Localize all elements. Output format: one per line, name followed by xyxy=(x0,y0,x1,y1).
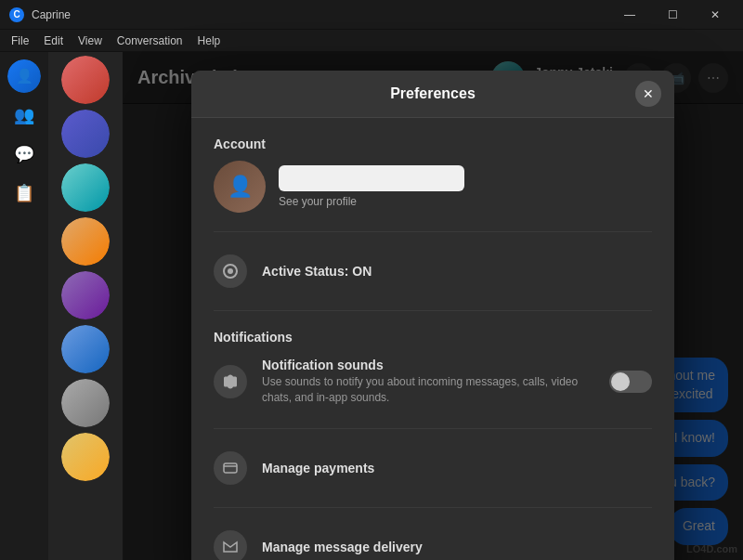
notification-sounds-row: Notification sounds Use sounds to notify… xyxy=(214,354,652,410)
app-content: 👤 👥 💬 📋 xyxy=(0,52,743,560)
notification-sounds-desc: Use sounds to notify you about incoming … xyxy=(262,374,594,406)
notification-sounds-icon xyxy=(214,365,247,398)
maximize-button[interactable]: ☐ xyxy=(652,2,693,28)
preferences-modal: Preferences ✕ Account 👤 xyxy=(191,71,674,560)
title-bar-controls: — ☐ ✕ xyxy=(609,2,736,28)
close-button[interactable]: ✕ xyxy=(695,2,736,28)
notification-sounds-toggle[interactable] xyxy=(609,371,652,393)
window-title: Caprine xyxy=(32,8,71,21)
menu-view[interactable]: View xyxy=(71,33,110,49)
account-section: Account 👤 See your profile xyxy=(214,137,652,213)
manage-payments-text: Manage payments xyxy=(262,460,652,476)
divider-2 xyxy=(214,310,652,311)
modal-header: Preferences ✕ xyxy=(191,71,674,118)
notification-toggle-container xyxy=(609,371,652,393)
manage-payments-icon xyxy=(214,451,247,485)
menu-conversation[interactable]: Conversation xyxy=(110,33,190,49)
manage-payments-title: Manage payments xyxy=(262,461,374,475)
notification-sounds-text: Notification sounds Use sounds to notify… xyxy=(262,358,594,406)
modal-overlay: Preferences ✕ Account 👤 xyxy=(123,52,743,560)
chat-avatar-8[interactable] xyxy=(61,433,110,481)
active-status-row[interactable]: Active Status: ON xyxy=(214,251,652,292)
see-profile-link[interactable]: See your profile xyxy=(279,195,464,208)
chat-avatar-7[interactable] xyxy=(61,379,110,427)
profile-avatar-inner: 👤 xyxy=(214,161,266,213)
menu-bar: File Edit View Conversation Help xyxy=(0,30,743,52)
modal-body: Account 👤 See your profile xyxy=(191,118,674,560)
notification-sounds-title: Notification sounds xyxy=(262,358,594,372)
title-bar: C Caprine — ☐ ✕ xyxy=(0,0,743,30)
account-row: 👤 See your profile xyxy=(214,161,652,213)
svg-point-1 xyxy=(228,268,233,274)
active-status-title: Active Status: ON xyxy=(262,264,372,279)
manage-delivery-text: Manage message delivery xyxy=(262,539,652,555)
chat-avatar-2[interactable] xyxy=(61,110,110,158)
active-status-icon xyxy=(214,254,247,288)
title-bar-left: C Caprine xyxy=(9,7,71,22)
toggle-knob xyxy=(611,372,630,391)
modal-close-button[interactable]: ✕ xyxy=(635,81,661,107)
minimize-button[interactable]: — xyxy=(609,2,650,28)
profile-avatar: 👤 xyxy=(214,161,266,213)
sidebar-people-btn[interactable]: 👥 xyxy=(7,98,41,132)
sidebar-profile-btn[interactable]: 👤 xyxy=(7,59,41,93)
menu-edit[interactable]: Edit xyxy=(36,33,71,49)
chat-avatar-3[interactable] xyxy=(61,163,110,212)
chat-list-panel xyxy=(48,52,123,560)
modal-title: Preferences xyxy=(390,85,476,102)
name-input[interactable] xyxy=(279,165,464,191)
manage-delivery-row[interactable]: Manage message delivery xyxy=(214,527,652,560)
main-area: Archived chats Jonny Jetski Active 26m a… xyxy=(123,52,743,560)
menu-help[interactable]: Help xyxy=(190,33,228,49)
chat-avatar-5[interactable] xyxy=(61,271,110,319)
divider-4 xyxy=(214,507,652,508)
chat-avatar-1[interactable] xyxy=(61,56,110,104)
svg-rect-2 xyxy=(224,463,237,473)
account-section-label: Account xyxy=(214,137,652,151)
notifications-section: Notifications Notification sounds Use so… xyxy=(214,330,652,410)
divider-1 xyxy=(214,231,652,232)
chat-avatar-6[interactable] xyxy=(61,325,110,373)
sidebar-chat-btn[interactable]: 💬 xyxy=(7,137,41,171)
divider-3 xyxy=(214,428,652,429)
app-icon: C xyxy=(9,7,24,22)
manage-payments-row[interactable]: Manage payments xyxy=(214,448,652,488)
menu-file[interactable]: File xyxy=(4,33,36,49)
active-status-text: Active Status: ON xyxy=(262,263,652,280)
sidebar-icons: 👤 👥 💬 📋 xyxy=(0,52,48,560)
account-info: See your profile xyxy=(279,165,464,208)
sidebar-archive-btn[interactable]: 📋 xyxy=(7,176,41,210)
notifications-section-label: Notifications xyxy=(214,330,652,345)
chat-avatar-4[interactable] xyxy=(61,217,110,266)
manage-delivery-title: Manage message delivery xyxy=(262,540,423,554)
manage-delivery-icon xyxy=(214,530,247,560)
